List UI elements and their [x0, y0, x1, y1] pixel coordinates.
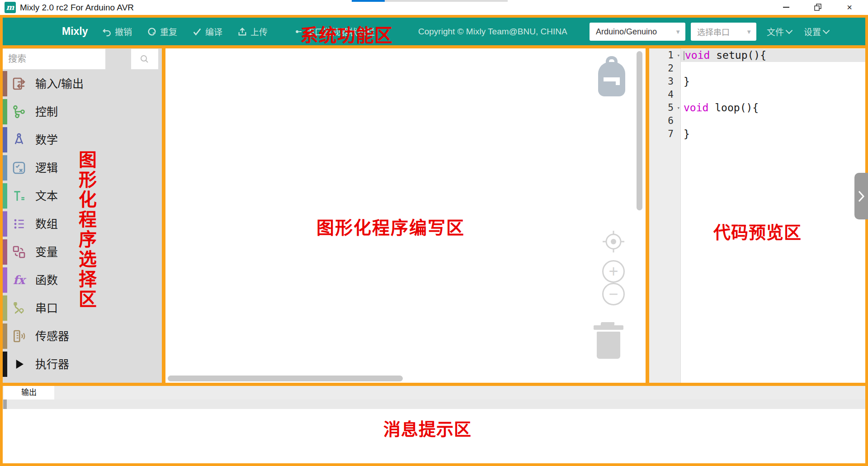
redo-button[interactable]: 重复	[147, 18, 177, 45]
fold-caret-icon[interactable]: ▾	[677, 101, 680, 114]
line-number: 4	[656, 88, 674, 101]
branch-icon	[11, 104, 27, 119]
frame-under-toolbar	[0, 45, 868, 48]
file-menu[interactable]: 文件	[767, 18, 792, 45]
check-cross-icon	[11, 160, 27, 176]
backpack-icon[interactable]	[598, 62, 625, 96]
mixly-brand[interactable]: Mixly	[62, 18, 88, 45]
text-cursor	[684, 51, 684, 60]
code-line: }	[684, 75, 690, 88]
frame-code-divider	[646, 45, 649, 386]
sidebar-item-function[interactable]: fx 函数	[3, 266, 162, 294]
sidebar-item-variable[interactable]: 变量	[3, 238, 162, 266]
close-icon: ×	[847, 0, 852, 14]
category-color-bar	[3, 267, 7, 293]
restore-button[interactable]	[807, 0, 829, 14]
category-color-bar	[3, 71, 7, 96]
compile-label: 编译	[205, 25, 222, 38]
vertical-scrollbar[interactable]	[637, 51, 642, 210]
sidebar-item-array[interactable]: 数组	[3, 210, 162, 238]
output-scrollbar-thumb[interactable]	[3, 399, 7, 409]
upload-button[interactable]: 上传	[237, 18, 268, 45]
sidebar-item-inout[interactable]: 输入/输出	[3, 70, 162, 98]
serial-status-label: 串口监视器状态栏	[306, 25, 375, 38]
category-color-bar	[3, 323, 7, 349]
mixly-window: m Mixly 2.0 rc2 For Arduino AVR × Mixly …	[0, 0, 868, 466]
sidebar-item-label: 传感器	[35, 322, 69, 350]
settings-menu-label: 设置	[804, 25, 821, 38]
chevron-down-icon: ▼	[675, 29, 681, 35]
search-input[interactable]	[3, 49, 105, 69]
code-line: void loop(){	[684, 101, 759, 114]
sidebar-item-math[interactable]: 数学	[3, 126, 162, 154]
sidebar-item-label: 函数	[35, 266, 58, 294]
category-color-bar	[3, 239, 7, 265]
upload-label: 上传	[250, 25, 268, 38]
sidebar-item-label: 串口	[35, 294, 58, 322]
sidebar-item-actuator[interactable]: 执行器	[3, 350, 162, 378]
trash-lid	[594, 325, 623, 330]
toolbar: Mixly 撤销 重复 编译 上传	[3, 18, 865, 45]
trash-icon[interactable]	[594, 320, 623, 359]
board-select[interactable]: Arduino/Genuino ▼	[590, 23, 685, 41]
serial-status-button[interactable]: 串口监视器状态栏	[295, 18, 375, 45]
sidebar-item-label: 逻辑	[35, 154, 58, 182]
redo-label: 重复	[160, 25, 177, 38]
sidebar-item-control[interactable]: 控制	[3, 98, 162, 126]
undo-icon	[102, 27, 112, 37]
sidebar-item-text[interactable]: 文本	[3, 182, 162, 210]
code-line: }	[684, 128, 690, 141]
category-color-bar	[3, 295, 7, 321]
sidebar-item-sensor[interactable]: 传感器	[3, 322, 162, 350]
frame-bottom	[0, 463, 868, 466]
search-button[interactable]	[131, 49, 158, 69]
chevron-down-icon	[823, 27, 830, 34]
minimize-button[interactable]	[775, 0, 797, 14]
copyright-text: Copyright © Mixly Team@BNU, CHINA	[418, 18, 567, 45]
sidebar-item-label: 数学	[35, 126, 58, 154]
zoom-out-button[interactable]: −	[602, 283, 625, 305]
sidebar-item-label: 数组	[35, 210, 58, 238]
category-color-bar	[3, 211, 7, 237]
undo-button[interactable]: 撤销	[102, 18, 132, 45]
chevron-down-icon	[786, 27, 793, 34]
frame-above-output	[0, 383, 868, 386]
settings-menu[interactable]: 设置	[804, 18, 829, 45]
chevron-down-icon: ▼	[746, 29, 752, 35]
frame-right	[865, 15, 868, 466]
output-scrollbar-track[interactable]	[3, 399, 865, 409]
category-color-bar	[3, 155, 7, 181]
block-workspace[interactable]: + −	[165, 48, 646, 383]
serial-status-icon	[295, 28, 303, 36]
line-number: 2	[656, 62, 674, 75]
tab-output[interactable]: 输出	[4, 386, 54, 399]
close-button[interactable]: ×	[838, 0, 861, 14]
line-number: 3	[656, 75, 674, 88]
zoom-in-button[interactable]: +	[602, 260, 625, 283]
horizontal-scrollbar[interactable]	[168, 376, 403, 381]
redo-icon	[147, 27, 157, 37]
check-icon	[192, 27, 202, 37]
fx-icon: fx	[11, 272, 27, 288]
board-select-value: Arduino/Genuino	[596, 27, 657, 37]
line-number: 6	[656, 114, 674, 128]
mixly-logo-icon: m	[5, 2, 16, 13]
center-workspace-button[interactable]	[601, 229, 626, 256]
compile-button[interactable]: 编译	[192, 18, 222, 45]
restore-icon	[813, 3, 822, 12]
code-panel-collapse-handle[interactable]	[854, 173, 868, 219]
sidebar-item-serial[interactable]: 串口	[3, 294, 162, 322]
port-select[interactable]: 选择串口 ▼	[691, 23, 756, 41]
output-tab-strip	[3, 386, 865, 399]
sidebar-item-label: 文本	[35, 182, 58, 210]
sidebar-item-logic[interactable]: 逻辑	[3, 154, 162, 182]
line-number: 5	[656, 101, 674, 114]
window-title: Mixly 2.0 rc2 For Arduino AVR	[20, 0, 134, 15]
fold-caret-icon[interactable]: ▾	[677, 49, 680, 62]
text-icon	[11, 188, 27, 204]
list-icon	[11, 216, 27, 232]
frame-sidebar-divider	[162, 45, 165, 386]
frame-top	[0, 15, 868, 18]
play-icon	[11, 357, 27, 372]
compass-icon	[11, 132, 27, 147]
